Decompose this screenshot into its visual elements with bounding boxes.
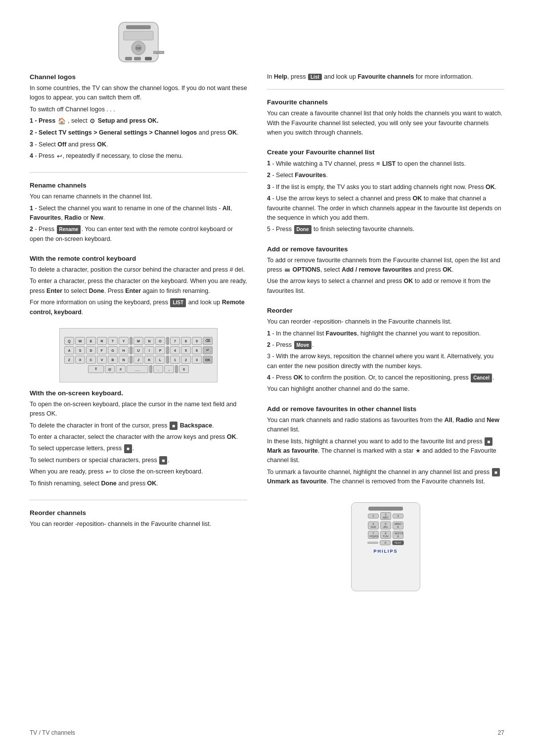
key-u: U xyxy=(134,346,143,354)
key-2: 2 xyxy=(181,356,191,364)
key-shift: ⇧ xyxy=(88,365,104,373)
key-j: J xyxy=(134,356,143,364)
key-nn: N xyxy=(119,356,129,364)
add-remove-other-detail2: To unmark a favourite channel, highlight… xyxy=(267,468,504,487)
back-icon-2: ↩ xyxy=(106,467,111,477)
options-icon xyxy=(285,269,290,272)
reorder-step2: 2 - Press Move. xyxy=(267,340,504,350)
onscreen-step6: When you are ready, press ↩ to close the… xyxy=(30,467,247,477)
key-r: R xyxy=(97,337,107,345)
add-remove-fav-title: Add or remove favourites xyxy=(267,245,504,253)
right-column: In Help, press List and look up Favourit… xyxy=(267,73,504,714)
onscreen-step7: To finish renaming, select Done and pres… xyxy=(30,479,247,488)
remote-key-0: 0 xyxy=(380,540,391,545)
key-f: F xyxy=(97,346,107,354)
section-favourite-channels: Favourite channels You can create a favo… xyxy=(267,98,504,138)
key-sep4 xyxy=(166,346,169,354)
onscreen-step4: To select uppercase letters, press ■. xyxy=(30,444,247,453)
reorder-body: You can reorder -reposition- channels in… xyxy=(267,317,504,394)
svg-text:OK: OK xyxy=(136,47,141,50)
uppercase-btn: ■ xyxy=(124,444,132,453)
key-sep2 xyxy=(166,337,169,345)
key-dot: . xyxy=(153,365,163,373)
onscreen-keyboard-title: With the on-screen keyboard. xyxy=(30,389,247,397)
key-i: I xyxy=(144,346,154,354)
svg-rect-7 xyxy=(134,57,141,60)
reorder-channels-title: Reorder channels xyxy=(30,509,247,517)
key-h: H xyxy=(119,346,129,354)
key-ok: OK xyxy=(203,356,213,364)
section-rename-channels: Rename channels You can rename channels … xyxy=(30,182,247,244)
create-favourite-body: 1 - While watching a TV channel, press ≡… xyxy=(267,159,504,234)
special-btn: ■ xyxy=(159,456,167,465)
backspace-btn: ■ xyxy=(170,422,178,430)
favourite-channels-body: You can create a favourite channel list … xyxy=(267,109,504,138)
key-d: D xyxy=(86,346,96,354)
create-fav-step4: 4 - Use the arrow keys to select a chann… xyxy=(267,194,504,223)
channel-logos-step2: 2 - Select TV settings > General setting… xyxy=(30,128,247,138)
reorder-step3: 3 - With the arrow keys, reposition the … xyxy=(267,352,504,371)
remote-top-bar xyxy=(368,507,403,511)
reorder-step1: 1 - In the channel list Favourites, high… xyxy=(267,329,504,338)
key-p: P xyxy=(155,346,165,354)
remote-num-row-3: 7 PQRS 8 TUV WXYZ 9 xyxy=(368,531,403,539)
divider-right-1 xyxy=(267,89,504,90)
key-y: Y xyxy=(119,337,129,345)
add-remove-other-title: Add or remove favourites in other channe… xyxy=(267,405,504,413)
remote-image: OK OPTIONS xyxy=(89,20,188,64)
key-sep3 xyxy=(130,346,133,354)
key-c: C xyxy=(86,356,96,364)
svg-text:OPTIONS: OPTIONS xyxy=(154,51,164,54)
reorder-step4: 4 - Press OK to confirm the position. Or… xyxy=(267,373,504,382)
create-fav-step5: 5 - Press Done to finish selecting favou… xyxy=(267,225,504,234)
add-remove-other-intro: You can mark channels and radio stations… xyxy=(267,416,504,435)
page: OK OPTIONS Channel logos In some countr xyxy=(0,0,534,756)
key-1: 1 xyxy=(170,356,180,364)
key-o: O xyxy=(155,337,165,345)
key-a: A xyxy=(64,346,74,354)
create-fav-step3: 3 - If the list is empty, the TV asks yo… xyxy=(267,183,504,192)
favourite-intro: You can create a favourite channel list … xyxy=(267,109,504,138)
key-0: 0 xyxy=(179,365,189,373)
onscreen-step3: To enter a character, select the charact… xyxy=(30,432,247,442)
key-4: 4 xyxy=(170,346,180,354)
channel-logos-intro: In some countries, the TV can show the c… xyxy=(30,84,247,103)
left-column: Channel logos In some countries, the TV … xyxy=(30,73,247,714)
reorder-extra: You can highlight another channel and do… xyxy=(267,384,504,394)
remote-num-row-1: 1 2 ABC 3 xyxy=(368,512,403,520)
section-onscreen-keyboard: With the on-screen keyboard. To open the… xyxy=(30,389,247,489)
move-btn: Move xyxy=(294,341,312,350)
remote-keyboard-body: To delete a character, position the curs… xyxy=(30,265,247,317)
channel-logos-body: In some countries, the TV can show the c… xyxy=(30,84,247,161)
key-e: E xyxy=(86,337,96,345)
divider-2 xyxy=(30,500,247,500)
done-btn: Done xyxy=(294,225,312,234)
keyboard-image-container: QWERTY MNO 789 ⌫ ASDFGH UIP 456 ↵ xyxy=(30,328,247,382)
remote-kb-1: To delete a character, position the curs… xyxy=(30,265,247,275)
favourite-channels-title: Favourite channels xyxy=(267,98,504,106)
rename-step1: 1 - Select the channel you want to renam… xyxy=(30,204,247,223)
footer-right: 27 xyxy=(498,729,504,736)
remote-key-9: WXYZ 9 xyxy=(393,531,403,539)
key-sep xyxy=(130,337,133,345)
list-icon: ≡ xyxy=(376,159,380,169)
section-reorder: Reorder You can reorder -reposition- cha… xyxy=(267,307,504,394)
remote-num-row-4: 0 TEXT xyxy=(367,540,403,545)
reorder-title: Reorder xyxy=(267,307,504,314)
footer-left: TV / TV channels xyxy=(30,729,75,736)
key-del: ⌫ xyxy=(203,337,213,345)
mark-fav-btn: ■ xyxy=(485,437,492,446)
add-remove-arrows: Use the arrow keys to select a channel a… xyxy=(267,277,504,296)
channel-logos-step4: 4 - Press ↩, repeatedly if necessary, to… xyxy=(30,151,247,161)
key-w: W xyxy=(75,337,85,345)
philips-logo: PHILIPS xyxy=(373,549,398,554)
key-n: N xyxy=(144,337,154,345)
remote-kb-2: To enter a character, press the characte… xyxy=(30,277,247,296)
rename-btn: Rename xyxy=(57,225,81,234)
key-hash: # xyxy=(116,365,126,373)
create-favourite-title: Create your Favourite channel list xyxy=(267,148,504,156)
key-m: M xyxy=(134,337,143,345)
key-q: Q xyxy=(64,337,74,345)
remote-key-text: TEXT xyxy=(392,540,403,545)
section-add-remove-fav: Add or remove favourites To add or remov… xyxy=(267,245,504,296)
